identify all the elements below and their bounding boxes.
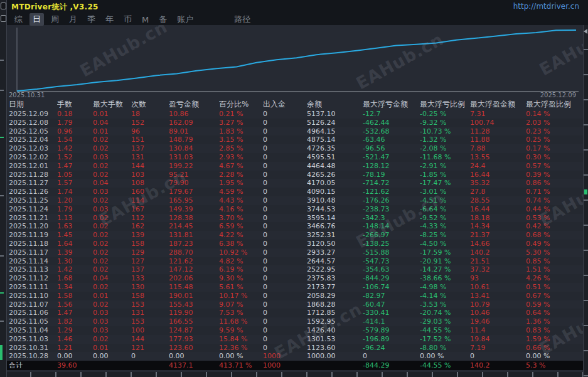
column-header-count[interactable]: 次数 <box>131 99 169 110</box>
column-header-max_float_profit[interactable]: 最大浮盈金额 <box>470 99 526 110</box>
column-header-profit[interactable]: 盈亏金额 <box>169 99 219 110</box>
table-row[interactable]: 2025.11.031.460.02144177.9315.84 %01301.… <box>6 335 584 344</box>
cell-max_float_profit: 0 <box>470 352 526 361</box>
left-tick <box>0 60 4 61</box>
cell-pct: 2.93 % <box>219 153 263 162</box>
cell-balance: 2058.29 <box>307 292 363 300</box>
menu-item-9[interactable]: 备 <box>156 13 170 26</box>
cell-max_float_profit_pct: 0.23 % <box>526 127 584 136</box>
table-row[interactable]: 2025.11.201.630.02162214.456.59 %03466.7… <box>6 222 584 231</box>
table-row[interactable]: 2025.11.181.640.02158187.236.38 %03120.5… <box>6 240 584 248</box>
table-row[interactable]: 2025.11.041.290.03100124.879.59 %01426.4… <box>6 326 584 335</box>
column-header-max_float_loss_pct[interactable]: 最大浮亏比例 <box>420 99 470 110</box>
table-row[interactable]: 2025.11.261.740.03160179.674.59 %04090.1… <box>6 188 584 196</box>
cell-max_float_loss: -521.47 <box>363 153 420 162</box>
left-mini-button-bottom[interactable] <box>1 15 6 22</box>
cell-max_lots: 0.02 <box>93 283 131 292</box>
table-row[interactable]: 2025.12.031.420.02137130.842.85 %04726.3… <box>6 144 584 153</box>
cell-max_float_profit_pct: 0.14 % <box>526 110 584 119</box>
column-header-max_lots[interactable]: 最大手数 <box>93 99 131 110</box>
table-row[interactable]: 2025.11.101.580.01158190.0110.17 %02058.… <box>6 292 584 300</box>
cell-balance: 1301.53 <box>307 335 363 344</box>
cell-cash_flow: 0 <box>263 300 307 309</box>
table-row[interactable]: 2025.11.061.470.03131119.907.53 %01712.8… <box>6 309 584 317</box>
cell-pct: 3.15 % <box>219 135 263 144</box>
table-row[interactable]: 2025.12.081.790.04152162.093.27 %05126.2… <box>6 119 584 127</box>
table-row[interactable]: 2025.12.011.470.02144199.224.67 %04464.4… <box>6 162 584 171</box>
cell-lots: 1.79 <box>57 205 93 214</box>
table-row[interactable]: 2025.11.171.390.02129288.7010.92 %02933.… <box>6 248 584 257</box>
column-header-pct[interactable]: 百分比% <box>219 99 263 110</box>
menu-item-10[interactable]: 账户 <box>174 13 196 26</box>
cell-max_float_profit: 10.79 <box>470 300 526 309</box>
cell-date: 2025.12.04 <box>9 135 57 144</box>
cell-max_lots: 0.01 <box>93 110 131 119</box>
column-header-balance[interactable]: 余额 <box>307 99 363 110</box>
table-row[interactable]: 2025.11.211.130.02112128.383.70 %03595.1… <box>6 214 584 223</box>
table-row[interactable]: 2025.11.271.570.0410879.901.95 %04170.05… <box>6 179 584 188</box>
cell-lots: 1.13 <box>57 214 93 223</box>
table-row[interactable]: 2025.12.050.960.019689.011.83 %04964.15-… <box>6 127 584 136</box>
cell-max_float_profit_pct: 0.83 % <box>526 326 584 335</box>
cell-lots: 0.96 <box>57 127 93 136</box>
cell-lots: 1.82 <box>57 317 93 326</box>
cell-profit: 179.67 <box>169 188 219 196</box>
cell-date: 2025.11.27 <box>9 179 57 188</box>
cell-profit: 162.09 <box>169 119 219 127</box>
table-row[interactable]: 2025.11.121.680.04133202.069.30 %02375.8… <box>6 274 584 283</box>
menu-item-path[interactable]: 路径 <box>234 14 250 25</box>
table-row[interactable]: 2025.11.241.790.03167149.394.16 %03744.5… <box>6 205 584 214</box>
table-row[interactable]: 2025.10.311.210.01121123.6012.36 %01123.… <box>6 344 584 353</box>
menu-item-4[interactable]: 月 <box>66 13 80 26</box>
cell-max_float_profit_pct: 2.03 % <box>526 119 584 127</box>
cell-max_float_profit: 14.34 <box>470 222 526 231</box>
table-row[interactable]: 2025.12.041.540.02151148.793.15 %04875.1… <box>6 135 584 144</box>
cell-pct: 0.21 % <box>219 110 263 119</box>
column-header-lots[interactable]: 手数 <box>57 99 93 110</box>
cell-cash_flow: 0 <box>263 171 307 179</box>
vendor-url-link[interactable]: http://mtdriver.cn <box>513 2 579 11</box>
cell-balance: 3252.31 <box>307 231 363 240</box>
cell-count: 18 <box>131 110 169 119</box>
table-row[interactable]: 2025.10.280.000.0000.000.00 %10001000.00… <box>6 352 584 361</box>
cell-max_float_profit_pct: 1.36 % <box>526 317 584 326</box>
menu-item-7[interactable]: 币 <box>120 13 135 26</box>
table-row[interactable]: 2025.11.111.340.02130115.485.61 %02173.7… <box>6 283 584 292</box>
menu-item-6[interactable]: 年 <box>102 13 117 26</box>
cell-balance: 4726.35 <box>307 144 363 153</box>
menu-item-8[interactable]: M <box>139 14 152 25</box>
cell-max_float_profit_pct: 0.00 % <box>526 352 584 361</box>
cell-max_float_loss: -138.25 <box>363 240 420 248</box>
cell-pct: 4.16 % <box>219 205 263 214</box>
table-row[interactable]: 2025.11.071.560.02153155.439.07 %01868.2… <box>6 300 584 309</box>
menu-item-2[interactable]: 日 <box>29 13 44 26</box>
menu-item-5[interactable]: 季 <box>84 13 99 26</box>
table-row[interactable]: 2025.11.141.300.02127121.624.82 %02644.5… <box>6 257 584 266</box>
cell-lots: 1.39 <box>57 248 93 257</box>
table-row[interactable]: 2025.11.281.050.0210395.212.28 %04265.26… <box>6 171 584 179</box>
column-header-max_float_profit_pct[interactable]: 最大浮盈比例 <box>526 99 584 110</box>
cell-max_float_loss: -176.26 <box>363 196 420 205</box>
cell-cash_flow: 0 <box>263 144 307 153</box>
table-row[interactable]: 2025.11.131.420.02137147.126.19 %02522.9… <box>6 265 584 274</box>
menu-item-3[interactable]: 周 <box>48 13 62 26</box>
cell-lots: 1.52 <box>57 153 93 162</box>
table-row[interactable]: 2025.12.090.180.011810.860.21 %05137.10-… <box>6 110 584 119</box>
cell-max_float_profit: 19.84 <box>470 335 526 344</box>
cell-count: 158 <box>131 292 169 300</box>
column-header-max_float_loss[interactable]: 最大浮亏金额 <box>363 99 420 110</box>
table-row[interactable]: 2025.12.021.520.03131131.032.93 %04595.5… <box>6 153 584 162</box>
table-row[interactable]: 2025.11.051.820.03153166.5511.68 %01592.… <box>6 317 584 326</box>
column-header-cash_flow[interactable]: 出入金 <box>263 99 307 110</box>
cell-pct: 4.59 % <box>219 188 263 196</box>
cell-balance: 1000.00 <box>307 352 363 361</box>
left-tick <box>0 255 4 257</box>
column-header-date[interactable]: 日期 <box>9 99 57 110</box>
left-mini-button-top[interactable] <box>1 3 6 9</box>
menu-item-1[interactable]: 综 <box>11 13 26 26</box>
table-row[interactable]: 2025.11.251.200.02114165.954.43 %03910.4… <box>6 196 584 205</box>
cell-max_float_profit: 35.32 <box>470 179 526 188</box>
cell-date: 2025.11.21 <box>9 214 57 223</box>
cell-balance: 4170.05 <box>307 179 363 188</box>
table-row[interactable]: 2025.11.191.450.02139131.814.22 %03252.3… <box>6 231 584 240</box>
